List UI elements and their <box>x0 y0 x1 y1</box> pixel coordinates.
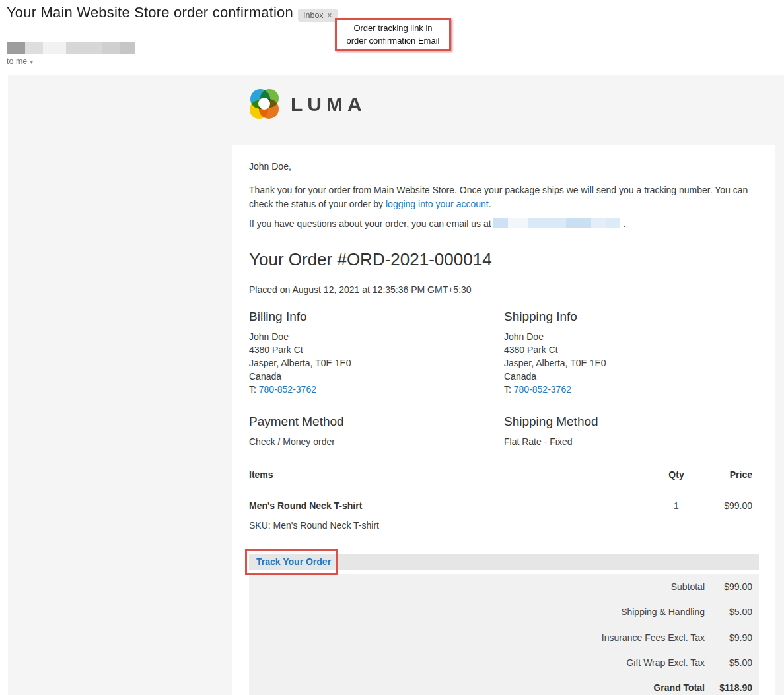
address-section: Billing Info John Doe 4380 Park Ct Jaspe… <box>249 309 759 396</box>
paragraph-text: Thank you for your order from Main Websi… <box>249 185 748 209</box>
item-qty: 1 <box>653 488 699 533</box>
shipping-name: John Doe <box>504 330 759 343</box>
total-label: Subtotal <box>671 580 705 594</box>
payment-method-title: Payment Method <box>249 414 504 430</box>
item-row: Men's Round Neck T-shirt SKU: Men's Roun… <box>249 488 759 533</box>
total-row-grand-total: Grand Total $118.90 <box>249 676 759 695</box>
total-value: $5.00 <box>705 656 759 670</box>
track-your-order-link[interactable]: Track Your Order <box>256 556 331 567</box>
total-row-shipping: Shipping & Handling $5.00 <box>249 599 759 624</box>
payment-method-block: Payment Method Check / Money order <box>249 414 504 448</box>
annotation-callout-box: Order tracking link in order confirmatio… <box>335 18 451 51</box>
total-value: $5.00 <box>705 605 759 619</box>
billing-address: John Doe 4380 Park Ct Jasper, Alberta, T… <box>249 330 504 396</box>
item-price: $99.00 <box>699 488 759 533</box>
item-sku: SKU: Men's Round Neck T-shirt <box>249 519 653 533</box>
email-content-card: John Doe, Thank you for your order from … <box>232 145 775 695</box>
phone-prefix: T: <box>504 384 514 395</box>
paragraph-text: If you have questions about your order, … <box>249 218 493 229</box>
billing-phone-link[interactable]: 780-852-3762 <box>259 384 316 395</box>
email-subject: Your Main Website Store order confirmati… <box>7 4 293 21</box>
shipping-phone-line: T: 780-852-3762 <box>504 383 759 396</box>
track-order-band: Track Your Order <box>249 554 759 570</box>
luma-logo-icon <box>249 89 281 119</box>
methods-section: Payment Method Check / Money order Shipp… <box>249 414 759 448</box>
paragraph-text-end: . <box>620 218 625 229</box>
shipping-method-block: Shipping Method Flat Rate - Fixed <box>504 414 759 448</box>
recipient-summary[interactable]: to me▾ <box>7 57 33 66</box>
price-column-header: Price <box>699 468 759 488</box>
billing-name: John Doe <box>249 330 504 343</box>
total-label: Insurance Fees Excl. Tax <box>602 631 705 645</box>
order-totals: Subtotal $99.00 Shipping & Handling $5.0… <box>249 574 759 695</box>
shipping-address: John Doe 4380 Park Ct Jasper, Alberta, T… <box>504 330 759 396</box>
total-value: $9.90 <box>705 631 759 645</box>
sender-name-redacted <box>7 42 135 54</box>
order-number-title: Your Order #ORD-2021-000014 <box>249 248 759 271</box>
email-body-background: LUMA John Doe, Thank you for your order … <box>8 75 784 695</box>
greeting-text: John Doe, <box>249 160 759 174</box>
phone-prefix: T: <box>249 384 259 395</box>
total-row-insurance: Insurance Fees Excl. Tax $9.90 <box>249 625 759 650</box>
order-placed-date: Placed on August 12, 2021 at 12:35:36 PM… <box>249 283 759 297</box>
shipping-city: Jasper, Alberta, T0E 1E0 <box>504 356 759 370</box>
items-table: Items Qty Price Men's Round Neck T-shirt… <box>249 468 759 533</box>
shipping-method-title: Shipping Method <box>504 414 759 430</box>
order-thanks-paragraph: Thank you for your order from Main Websi… <box>249 183 759 211</box>
total-label: Shipping & Handling <box>621 605 705 619</box>
shipping-method-value: Flat Rate - Fixed <box>504 435 759 448</box>
luma-logo: LUMA <box>249 89 367 119</box>
login-account-link[interactable]: logging into your account <box>386 199 489 209</box>
title-divider <box>249 273 759 273</box>
inbox-label-chip[interactable]: Inbox× <box>298 9 338 22</box>
items-column-header: Items <box>249 468 653 488</box>
billing-city: Jasper, Alberta, T0E 1E0 <box>249 356 504 370</box>
billing-street: 4380 Park Ct <box>249 343 504 356</box>
item-cell: Men's Round Neck T-shirt SKU: Men's Roun… <box>249 488 653 533</box>
total-row-subtotal: Subtotal $99.00 <box>249 574 759 599</box>
billing-phone-line: T: 780-852-3762 <box>249 383 504 396</box>
shipping-country: Canada <box>504 370 759 383</box>
annotation-line-2: order confirmation Email <box>338 34 448 47</box>
total-value: $99.00 <box>705 580 759 594</box>
payment-method-value: Check / Money order <box>249 435 504 448</box>
inbox-label-text: Inbox <box>303 11 324 20</box>
shipping-info-title: Shipping Info <box>504 309 759 325</box>
shipping-street: 4380 Park Ct <box>504 343 759 356</box>
billing-info-title: Billing Info <box>249 309 504 325</box>
paragraph-text-end: . <box>489 199 491 209</box>
qty-column-header: Qty <box>653 468 699 488</box>
billing-info-block: Billing Info John Doe 4380 Park Ct Jaspe… <box>249 309 504 396</box>
items-table-header-row: Items Qty Price <box>249 468 759 488</box>
gmail-message-view: Your Main Website Store order confirmati… <box>0 0 784 695</box>
grand-total-value: $118.90 <box>705 681 759 695</box>
support-email-redacted <box>493 218 620 228</box>
shipping-phone-link[interactable]: 780-852-3762 <box>514 384 571 395</box>
total-label: Gift Wrap Excl. Tax <box>626 656 705 670</box>
billing-country: Canada <box>249 370 504 383</box>
remove-label-icon[interactable]: × <box>328 11 332 20</box>
chevron-down-icon[interactable]: ▾ <box>30 58 33 65</box>
luma-logo-text: LUMA <box>291 93 367 116</box>
grand-total-label: Grand Total <box>653 681 705 695</box>
shipping-info-block: Shipping Info John Doe 4380 Park Ct Jasp… <box>504 309 759 396</box>
item-name: Men's Round Neck T-shirt <box>249 499 653 513</box>
total-row-giftwrap: Gift Wrap Excl. Tax $5.00 <box>249 650 759 675</box>
questions-paragraph: If you have questions about your order, … <box>249 217 759 231</box>
to-me-label: to me <box>7 57 27 66</box>
annotation-line-1: Order tracking link in <box>338 22 448 34</box>
